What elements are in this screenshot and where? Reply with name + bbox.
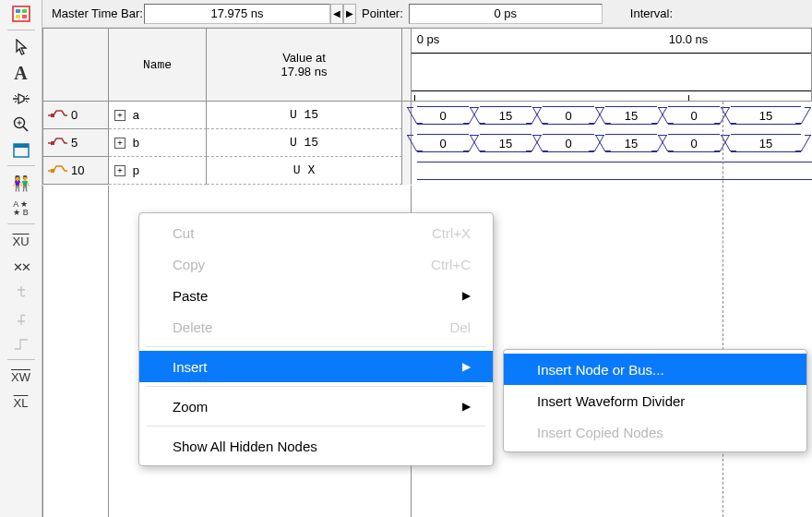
chevron-right-icon: ▶	[462, 400, 471, 413]
interval-label: Interval:	[630, 6, 673, 20]
menu-delete: DeleteDel	[139, 311, 493, 343]
full-screen-icon[interactable]	[6, 138, 37, 163]
expand-icon[interactable]: +	[114, 165, 125, 176]
menu-divider	[147, 346, 485, 347]
time-bar: Master Time Bar: 17.975 ns ◀ ▶ Pointer: …	[42, 0, 812, 28]
chevron-right-icon: ▶	[462, 289, 471, 302]
pointer-field[interactable]: 0 ps	[409, 4, 603, 24]
time-step-right-icon[interactable]: ▶	[343, 4, 356, 24]
context-menu: CutCtrl+X CopyCtrl+C Paste▶ DeleteDel In…	[138, 212, 494, 466]
splitter-icon[interactable]	[402, 28, 412, 102]
svg-point-5	[14, 118, 24, 128]
table-row[interactable]: 5 + b U 15 0 15 0 15 0 15	[42, 129, 812, 157]
left-toolbar: A 👫 A ★★ B XU ✕✕ XW XL	[0, 0, 42, 517]
svg-rect-13	[51, 169, 54, 173]
name-header: Name	[109, 28, 207, 102]
waveform-a[interactable]: 0 15 0 15 0 15	[412, 102, 812, 129]
expand-icon[interactable]: +	[114, 110, 125, 121]
time-ruler[interactable]: 0 ps 10.0 ns	[412, 28, 812, 102]
insert-submenu: Insert Node or Bus... Insert Waveform Di…	[503, 349, 807, 452]
bus-mux-icon[interactable]	[6, 86, 37, 112]
waveform-p[interactable]	[412, 157, 812, 185]
waveform-b[interactable]: 0 15 0 15 0 15	[412, 129, 812, 157]
force-1-icon	[6, 306, 37, 331]
time-step-left-icon[interactable]: ◀	[330, 4, 343, 24]
menu-paste[interactable]: Paste▶	[139, 280, 493, 311]
svg-line-6	[23, 126, 28, 131]
svg-rect-4	[22, 15, 27, 18]
master-time-field[interactable]: 17.975 ns	[144, 4, 330, 24]
output-signal-icon	[47, 164, 67, 177]
menu-cut: CutCtrl+X	[139, 217, 493, 248]
bus-signal-icon	[47, 109, 67, 122]
pointer-label: Pointer:	[362, 6, 403, 20]
table-row[interactable]: 10 + p U X	[42, 157, 812, 185]
value-header: Value at17.98 ns	[207, 28, 402, 102]
menu-show-hidden-nodes[interactable]: Show All Hidden Nodes	[139, 430, 493, 462]
svg-rect-3	[16, 15, 20, 18]
overwrite-u-icon: XU	[6, 228, 37, 254]
chevron-right-icon: ▶	[462, 360, 471, 373]
replace-ab-icon[interactable]: A ★★ B	[6, 196, 37, 222]
expand-icon[interactable]: +	[114, 138, 125, 149]
overwrite-l-icon: XL	[6, 390, 37, 415]
force-x-icon: ✕✕	[6, 254, 37, 280]
svg-rect-9	[14, 144, 29, 157]
menu-insert[interactable]: Insert▶	[139, 351, 493, 382]
svg-rect-0	[13, 6, 30, 21]
menu-divider	[147, 426, 485, 427]
force-z-icon	[6, 331, 37, 357]
svg-rect-10	[14, 144, 29, 148]
svg-rect-1	[16, 9, 20, 13]
menu-insert-copied: Insert Copied Nodes	[504, 416, 806, 448]
force-0-icon	[6, 280, 37, 306]
pointer-tool-icon[interactable]	[6, 34, 37, 60]
bus-signal-icon	[47, 137, 67, 150]
table-row[interactable]: 0 + a U 15 0 15 0 15 0 15	[42, 102, 812, 129]
menu-zoom[interactable]: Zoom▶	[139, 391, 493, 422]
svg-rect-12	[51, 141, 54, 145]
menu-divider	[147, 386, 485, 387]
overwrite-w-icon: XW	[6, 364, 37, 390]
svg-rect-11	[51, 114, 54, 117]
menu-copy: CopyCtrl+C	[139, 248, 493, 280]
column-headers: Name Value at17.98 ns 0 ps 10.0 ns	[42, 28, 812, 102]
menu-insert-node[interactable]: Insert Node or Bus...	[504, 354, 806, 385]
zoom-in-icon[interactable]	[6, 112, 37, 138]
text-tool-icon[interactable]: A	[6, 60, 37, 86]
master-time-label: Master Time Bar:	[42, 6, 144, 20]
find-icon[interactable]: 👫	[6, 170, 37, 196]
app-icon[interactable]	[6, 0, 37, 28]
svg-rect-2	[22, 9, 27, 13]
index-header	[42, 28, 109, 102]
menu-insert-divider[interactable]: Insert Waveform Divider	[504, 385, 806, 416]
